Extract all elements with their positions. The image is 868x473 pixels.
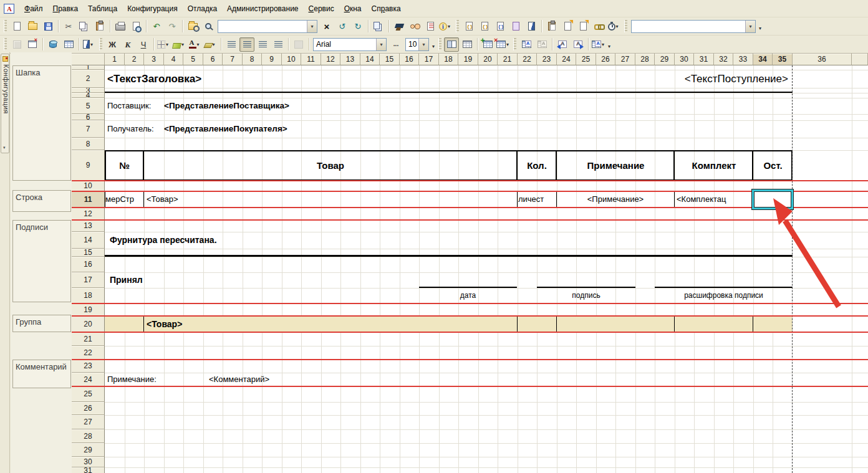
cell-title[interactable]: <ТекстЗаголовка> [107, 70, 481, 88]
group-border [517, 316, 518, 332]
group-border [143, 316, 144, 332]
section-divider-line [72, 386, 868, 387]
cell-supplier-label[interactable]: Поставщик: [107, 98, 162, 114]
section-divider-line [72, 359, 868, 360]
row11-border [674, 191, 675, 208]
cell-th-num[interactable]: № [105, 150, 144, 181]
title-underline [105, 92, 793, 93]
cell-accepted[interactable]: Принял [110, 272, 234, 288]
cell-th-rest[interactable]: Ост. [753, 150, 793, 181]
cell-receiver-value[interactable]: <ПредставлениеПокупателя> [164, 120, 413, 138]
cell-sig-date[interactable]: дата [419, 289, 517, 302]
section-divider-line [72, 332, 868, 333]
cell-th-product[interactable]: Товар [144, 150, 517, 181]
group-border [753, 316, 753, 332]
cell-r11-kit[interactable]: <Комплектац [677, 191, 752, 208]
cell-th-qty[interactable]: Кол. [517, 150, 557, 181]
section-divider-line [72, 315, 868, 317]
row11-border [517, 191, 518, 208]
cell-r11-num[interactable]: мерСтр [105, 191, 143, 208]
sig-line-sign [537, 287, 635, 288]
signatures-rule [105, 255, 793, 257]
cell-group-product[interactable]: <Товар> [147, 316, 334, 332]
group-border [556, 316, 557, 332]
cell-comment-value[interactable]: <Комментарий> [209, 373, 396, 386]
row11-border [143, 191, 144, 208]
cell-supplier-value[interactable]: <ПредставлениеПоставщика> [164, 98, 413, 114]
cell-receiver-label[interactable]: Получатель: [107, 120, 165, 138]
section-divider-line [72, 180, 868, 181]
cell-furniture[interactable]: Фурнитура пересчитана. [110, 232, 359, 249]
cell-receipt-text[interactable]: <ТекстПоступление> [561, 70, 788, 88]
cell-comment-label[interactable]: Примечание: [107, 373, 166, 386]
annotation-arrow [745, 188, 851, 310]
cell-th-kit[interactable]: Комплект [675, 150, 753, 181]
cell-r11-note[interactable]: <Примечание> [557, 191, 674, 208]
group-border [674, 316, 675, 332]
cell-th-note[interactable]: Примечание [557, 150, 675, 181]
cell-r11-qty[interactable]: личест [518, 191, 556, 208]
sig-line-date [419, 287, 517, 288]
cell-r11-product[interactable]: <Товар> [147, 191, 334, 208]
sheet-overlay: <ТекстЗаголовка> <ТекстПоступление> Пост… [0, 0, 868, 473]
cell-sig-sign[interactable]: подпись [537, 289, 635, 302]
